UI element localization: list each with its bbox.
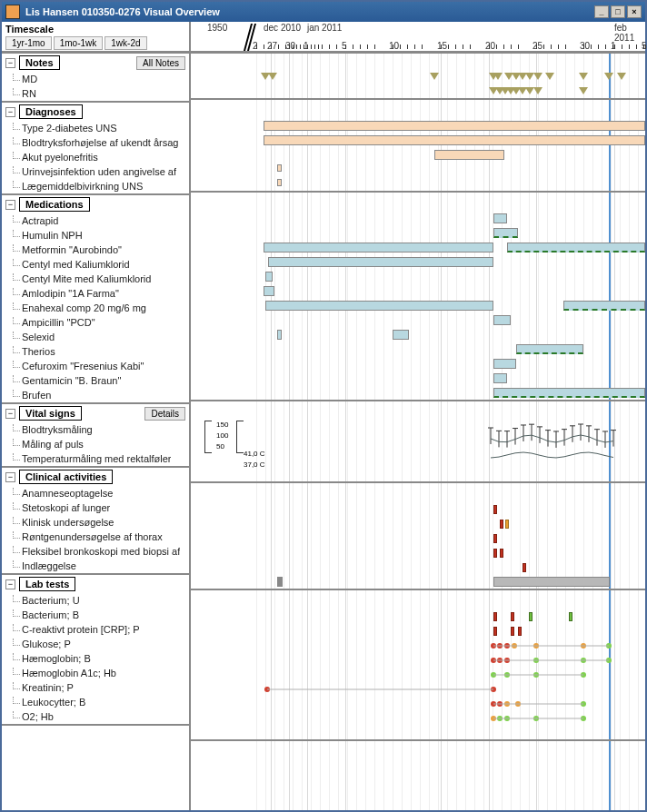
lab-point[interactable] xyxy=(512,643,517,649)
clinical-marker[interactable] xyxy=(493,549,497,558)
maximize-button[interactable]: □ xyxy=(611,5,625,18)
row-label: Akut pyelonefritis xyxy=(22,152,98,163)
lab-point[interactable] xyxy=(581,716,586,721)
lab-point[interactable] xyxy=(606,658,612,663)
note-marker[interactable] xyxy=(268,73,277,80)
note-marker[interactable] xyxy=(430,73,439,80)
diagnosis-bar[interactable] xyxy=(277,164,282,172)
clinical-marker[interactable] xyxy=(493,534,497,543)
clinical-marker[interactable] xyxy=(523,563,526,572)
collapse-button[interactable]: − xyxy=(5,200,15,210)
window-title: Lis Hansen 010350-0276 Visual Overview xyxy=(25,6,594,17)
lab-point[interactable] xyxy=(581,701,586,707)
lab-point[interactable] xyxy=(504,672,510,678)
lab-marker[interactable] xyxy=(518,627,522,636)
diagnosis-bar[interactable] xyxy=(264,135,645,145)
lab-marker[interactable] xyxy=(569,612,572,621)
lab-point[interactable] xyxy=(533,672,539,678)
row-label: Bacterium; B xyxy=(22,609,79,620)
medication-bar[interactable] xyxy=(507,243,645,253)
diagnosis-bar[interactable] xyxy=(434,150,504,160)
lab-point[interactable] xyxy=(491,716,496,721)
ruler-tick: 20 xyxy=(485,41,495,51)
row: MD xyxy=(2,72,189,86)
medication-bar[interactable] xyxy=(493,359,516,369)
timescale-btn-1yr[interactable]: 1yr-1mo xyxy=(5,36,52,50)
note-marker[interactable] xyxy=(579,73,588,80)
lab-marker[interactable] xyxy=(493,627,497,636)
lab-point[interactable] xyxy=(504,658,510,663)
lab-marker[interactable] xyxy=(529,612,533,621)
lab-marker[interactable] xyxy=(493,612,497,621)
collapse-button[interactable]: − xyxy=(5,472,15,482)
clinical-marker[interactable] xyxy=(500,549,503,558)
lab-point[interactable] xyxy=(581,672,586,678)
lab-point[interactable] xyxy=(606,643,612,649)
collapse-button[interactable]: − xyxy=(5,58,15,68)
row-label: C-reaktivt protein [CRP]; P xyxy=(22,624,140,635)
collapse-button[interactable]: − xyxy=(5,409,15,419)
lab-point[interactable] xyxy=(504,716,510,721)
section-title: Diagnoses xyxy=(19,104,83,119)
medication-bar[interactable] xyxy=(493,373,507,383)
medication-bar[interactable] xyxy=(493,388,645,398)
medication-bar[interactable] xyxy=(277,330,282,340)
lab-point[interactable] xyxy=(533,643,539,649)
clinical-marker[interactable] xyxy=(493,505,497,514)
medication-bar[interactable] xyxy=(265,272,273,282)
timescale-btn-1wk[interactable]: 1wk-2d xyxy=(105,36,146,50)
vitals-button[interactable]: Details xyxy=(144,407,185,421)
close-button[interactable]: × xyxy=(627,5,642,18)
lab-point[interactable] xyxy=(497,643,503,649)
note-marker[interactable] xyxy=(533,87,542,94)
lab-marker[interactable] xyxy=(511,612,514,621)
note-marker[interactable] xyxy=(579,87,588,94)
clinical-marker[interactable] xyxy=(500,520,503,529)
ruler-tick: 10 xyxy=(389,41,399,51)
note-marker[interactable] xyxy=(493,73,503,80)
lab-point[interactable] xyxy=(504,643,510,649)
diagnosis-bar[interactable] xyxy=(277,179,282,186)
lab-point[interactable] xyxy=(581,658,586,663)
clinical-marker[interactable] xyxy=(505,520,509,529)
note-marker[interactable] xyxy=(617,73,626,80)
lab-point[interactable] xyxy=(491,672,496,678)
medication-bar[interactable] xyxy=(264,286,274,296)
lab-point[interactable] xyxy=(491,687,496,692)
ruler-tick: 25 xyxy=(533,41,542,51)
minimize-button[interactable]: _ xyxy=(594,5,609,18)
lab-point[interactable] xyxy=(504,701,510,707)
medication-bar[interactable] xyxy=(516,344,583,354)
lab-point[interactable] xyxy=(533,716,539,721)
lab-point[interactable] xyxy=(581,643,586,649)
note-marker[interactable] xyxy=(545,73,554,80)
admission-bar[interactable] xyxy=(493,577,610,587)
medication-bar[interactable] xyxy=(393,330,409,340)
medication-bar[interactable] xyxy=(264,243,493,253)
collapse-button[interactable]: − xyxy=(5,107,15,117)
note-marker[interactable] xyxy=(533,73,542,80)
medication-bar[interactable] xyxy=(265,301,493,311)
medication-bar[interactable] xyxy=(493,315,511,325)
lab-point[interactable] xyxy=(264,687,270,692)
lab-marker[interactable] xyxy=(511,627,514,636)
timeline[interactable]: 1501005041,0 C37,0 C xyxy=(191,54,645,810)
lab-point[interactable] xyxy=(515,701,521,707)
lab-point[interactable] xyxy=(497,658,503,663)
lab-point[interactable] xyxy=(497,716,503,721)
medication-bar[interactable] xyxy=(493,213,507,223)
vitals-plot xyxy=(191,421,645,484)
lab-point[interactable] xyxy=(491,658,496,663)
notes-button[interactable]: All Notes xyxy=(136,56,185,70)
medication-bar[interactable] xyxy=(493,228,518,238)
diagnosis-bar[interactable] xyxy=(264,121,645,131)
medication-bar[interactable] xyxy=(268,257,493,267)
collapse-button[interactable]: − xyxy=(5,579,15,589)
lab-point[interactable] xyxy=(497,701,503,707)
lab-point[interactable] xyxy=(491,643,496,649)
lab-point[interactable] xyxy=(533,658,539,663)
lab-point[interactable] xyxy=(491,701,496,707)
timescale-btn-1mo[interactable]: 1mo-1wk xyxy=(54,36,104,50)
note-marker[interactable] xyxy=(604,73,613,80)
medication-bar[interactable] xyxy=(563,301,645,311)
